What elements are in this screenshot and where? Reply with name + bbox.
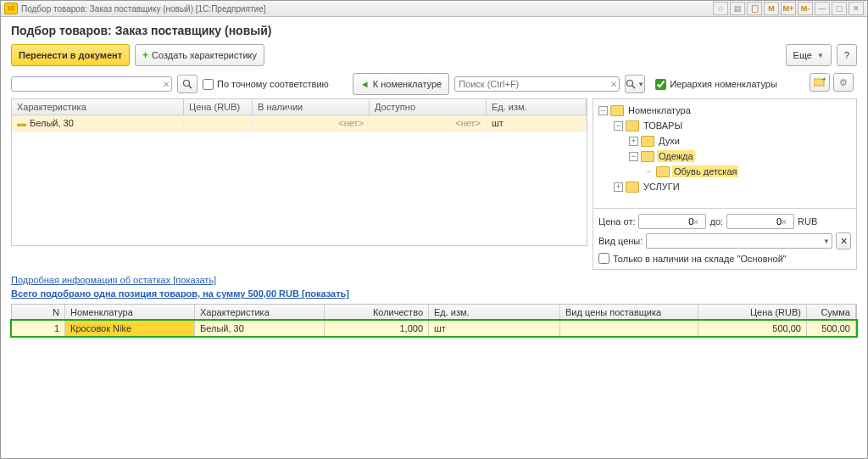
col-stock[interactable]: В наличии <box>253 99 370 115</box>
table-row[interactable]: ▬ Белый, 30 <нет> <нет> шт <box>12 115 587 132</box>
characteristic-search[interactable]: ✕ <box>11 76 172 92</box>
col-n[interactable]: N <box>12 305 65 320</box>
svg-point-2 <box>627 81 633 87</box>
svg-text:+: + <box>822 77 826 83</box>
transfer-to-document-button[interactable]: Перенести в документ <box>11 44 130 66</box>
folder-plus-icon: + <box>814 77 826 87</box>
magnifier-icon <box>626 79 636 89</box>
maximize-icon[interactable]: ▢ <box>832 2 847 15</box>
arrow-left-icon: ◄ <box>360 79 370 89</box>
close-icon[interactable]: ✕ <box>849 2 864 15</box>
selected-items-table[interactable]: N Номенклатура Характеристика Количество… <box>11 304 857 337</box>
clear-icon[interactable]: ✕ <box>693 218 699 227</box>
to-nomenclature-button[interactable]: ◄ К номенклатуре <box>353 73 449 95</box>
folder-icon <box>656 166 670 177</box>
clear-icon[interactable]: ✕ <box>781 218 787 227</box>
titlebar-star-icon[interactable]: ☆ <box>713 2 728 15</box>
plus-icon: + <box>142 49 148 61</box>
add-folder-button[interactable]: + <box>810 73 830 92</box>
col-price[interactable]: Цена (RUB) <box>184 99 253 115</box>
settings-button[interactable]: ⚙ <box>833 73 854 92</box>
col-characteristic[interactable]: Характеристика <box>195 305 325 320</box>
price-filter-block: Цена от: ✕ до: ✕ RUB Вид цены: ▼ ✕ Тольк… <box>593 209 857 270</box>
folder-icon <box>641 151 654 162</box>
price-type-dropdown[interactable]: ▼ <box>646 233 832 249</box>
minimize-icon[interactable]: — <box>815 2 830 15</box>
col-price-type[interactable]: Вид цены поставщика <box>560 305 698 320</box>
memory-mminus-button[interactable]: M- <box>798 2 813 15</box>
col-price[interactable]: Цена (RUB) <box>698 305 807 320</box>
svg-line-1 <box>189 86 192 88</box>
only-in-stock-checkbox[interactable]: Только в наличии на складе "Основной" <box>598 253 851 264</box>
exact-match-checkbox[interactable]: По точному соответствию <box>203 79 329 90</box>
memory-mplus-button[interactable]: M+ <box>781 2 796 15</box>
more-menu-button[interactable]: Еще▼ <box>786 44 832 66</box>
titlebar-clipboard-icon[interactable]: 📋 <box>747 2 762 15</box>
tree-expand-icon[interactable]: + <box>614 182 623 192</box>
page-title: Подбор товаров: Заказ поставщику (новый) <box>11 24 857 37</box>
clear-icon[interactable]: ✕ <box>163 80 170 89</box>
window-titlebar: 1C Подбор товаров: Заказ поставщику (нов… <box>1 1 867 17</box>
item-marker-icon: ▬ <box>17 118 26 128</box>
nomenclature-search[interactable]: ✕ <box>454 76 620 92</box>
tree-collapse-icon[interactable]: − <box>629 152 638 161</box>
tree-collapse-icon[interactable]: − <box>614 121 623 131</box>
svg-line-3 <box>632 86 635 88</box>
summary-link[interactable]: Всего подобрано одна позиция товаров, на… <box>11 288 349 299</box>
svg-point-0 <box>184 81 190 87</box>
folder-icon <box>626 120 639 132</box>
price-type-label: Вид цены: <box>598 236 643 246</box>
hierarchy-checkbox[interactable]: Иерархия номенклатуры <box>655 79 777 90</box>
folder-icon <box>626 182 639 193</box>
table-row[interactable]: 1 Кросовок Nike Белый, 30 1,000 шт 500,0… <box>12 321 856 336</box>
chevron-down-icon: ▼ <box>817 52 824 59</box>
price-from-label: Цена от: <box>598 216 635 227</box>
col-available[interactable]: Доступно <box>370 99 487 115</box>
col-characteristic[interactable]: Характеристика <box>12 99 184 115</box>
col-sum[interactable]: Сумма <box>807 305 856 320</box>
col-uom[interactable]: Ед. изм. <box>429 305 560 320</box>
search-button[interactable]: ▼ <box>625 75 645 93</box>
arrow-right-icon: → <box>644 167 652 176</box>
tree-expand-icon[interactable]: + <box>629 137 638 146</box>
chevron-down-icon: ▼ <box>823 238 830 245</box>
stock-details-link[interactable]: Подробная информация об остатках [показа… <box>11 275 216 285</box>
magnifier-icon <box>182 79 192 89</box>
clear-price-type-button[interactable]: ✕ <box>836 232 851 249</box>
col-quantity[interactable]: Количество <box>325 305 429 320</box>
search-button[interactable] <box>177 75 198 93</box>
window-title: Подбор товаров: Заказ поставщику (новый)… <box>21 4 266 14</box>
folder-icon <box>610 105 624 116</box>
titlebar-calc-icon[interactable]: ▤ <box>730 2 745 15</box>
nomenclature-tree[interactable]: −Номенклатура −ТОВАРЫ +Духи −Одежда →Обу… <box>593 98 857 209</box>
help-button[interactable]: ? <box>837 44 857 66</box>
tree-collapse-icon[interactable]: − <box>598 106 608 115</box>
col-uom[interactable]: Ед. изм. <box>487 99 587 115</box>
characteristic-search-input[interactable] <box>11 76 172 92</box>
folder-icon <box>641 136 654 147</box>
clear-icon[interactable]: ✕ <box>610 80 617 89</box>
create-characteristic-button[interactable]: +Создать характеристику <box>135 44 264 66</box>
currency-label: RUB <box>798 216 817 227</box>
gear-icon: ⚙ <box>839 77 848 88</box>
nomenclature-search-input[interactable] <box>454 76 620 92</box>
chevron-down-icon: ▼ <box>637 81 644 88</box>
app-logo-icon: 1C <box>4 3 18 14</box>
memory-m-button[interactable]: M <box>764 2 779 15</box>
col-nomenclature[interactable]: Номенклатура <box>65 305 195 320</box>
price-to-label: до: <box>709 216 723 227</box>
characteristics-table[interactable]: Характеристика Цена (RUB) В наличии Дост… <box>11 98 587 246</box>
